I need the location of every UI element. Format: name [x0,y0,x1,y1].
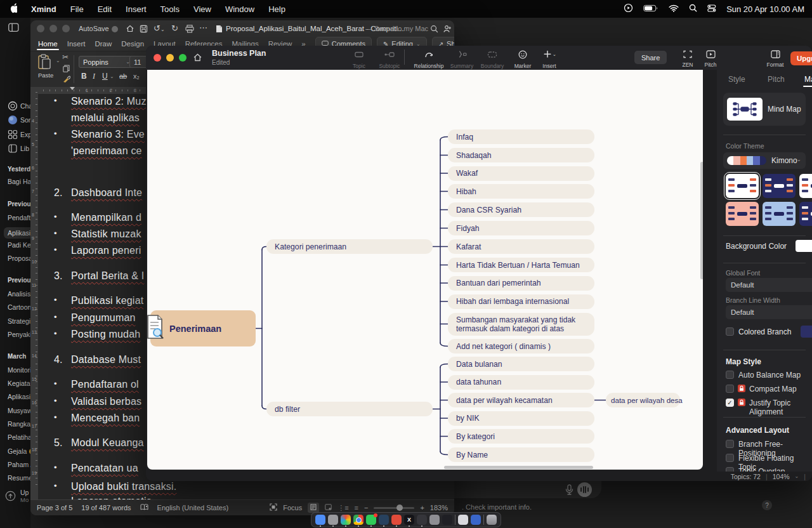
home-icon[interactable] [193,53,202,65]
sidebar-item[interactable]: Cartoon [8,303,30,311]
sidebar-item[interactable]: Proposa [8,254,30,262]
menu-item-view[interactable]: View [193,4,211,14]
tab-pitch[interactable]: Pitch [768,75,785,84]
insert-button[interactable]: ⌄Insert [533,50,566,69]
mindmap-node[interactable]: Hibah dari lembaga internasional [448,294,594,309]
sidebar-item[interactable]: Penyakit [8,331,30,338]
sidebar-item[interactable]: Padi Ken [8,241,30,249]
word-count[interactable]: 19 of 487 words [81,504,131,512]
language-indicator[interactable]: English (United States) [157,504,229,512]
branch-topic-dbfilter[interactable]: db filter [266,402,433,416]
dock-folder-icon[interactable] [417,515,427,525]
dock-notes-icon[interactable] [442,515,452,525]
minimize-icon[interactable] [49,25,57,32]
sidebar-nav-sora[interactable]: Sor [0,114,30,127]
theme-select[interactable]: Kimono ⌄ [723,152,806,169]
sidebar-nav-explore-gpts[interactable]: Exp [0,129,30,142]
dock-app-dark-blue-icon[interactable] [379,515,389,525]
theme-thumbnail[interactable] [799,174,812,198]
zoom-icon[interactable] [179,54,187,62]
mindmap-node[interactable]: Hibah [448,184,594,199]
central-topic[interactable]: Penerimaan [150,310,256,346]
screen-record-icon[interactable] [624,3,633,15]
sidebar-item[interactable]: Musyawa [8,407,30,414]
mindmap-node[interactable]: by NIK [448,411,594,426]
canvas-zoom[interactable]: 104% [773,473,790,480]
dock-safari-icon[interactable] [341,515,351,525]
outline-view-button[interactable]: ⋮≡ [337,504,348,512]
upgrade-button[interactable]: Upgrade [790,51,812,65]
close-icon[interactable] [37,25,44,32]
zoom-in-button[interactable]: + [420,504,424,512]
menu-clock[interactable]: Sun 20 Apr 10.00 AM [726,4,804,14]
close-icon[interactable] [154,54,161,62]
colored-branch-checkbox[interactable] [726,327,734,336]
structure-card[interactable]: Mind Map [723,93,806,126]
minimize-icon[interactable] [166,54,174,62]
save-icon[interactable] [140,24,148,36]
wifi-icon[interactable] [669,4,679,14]
mindmap-node[interactable]: Bantuan dari pemerintah [448,276,594,291]
search-icon[interactable] [430,24,438,36]
font-name-select[interactable]: Poppins⌄ [79,56,134,68]
menu-item-tools[interactable]: Tools [160,4,180,14]
web-layout-view-button[interactable] [325,504,332,512]
sidebar-item[interactable]: Pelatihan [8,433,30,441]
apple-icon[interactable] [9,3,17,15]
sidebar-item[interactable]: Resume [8,474,30,482]
checkbox-topic-overlap[interactable] [726,467,734,472]
underline-button[interactable]: U [102,72,108,81]
boundary-button[interactable]: Boundary [476,50,509,69]
dock-printer-icon[interactable] [429,515,440,525]
mindmap-node[interactable]: data per wilayah kecamatan [448,393,594,407]
sidebar-item[interactable]: Kegiatan [8,380,30,387]
menu-item-window[interactable]: Window [225,4,254,14]
print-icon[interactable] [185,24,194,36]
sidebar-item[interactable]: Pendafta [8,214,30,221]
focus-label[interactable]: Focus [283,504,302,512]
theme-thumbnail[interactable] [726,202,759,226]
dock-xmind-icon[interactable]: X [404,515,414,525]
sidebar-toggle-icon[interactable] [8,23,19,35]
mindmap-node[interactable]: Kafarat [448,239,594,254]
subscript-button[interactable]: x₂ [133,72,140,80]
mindmap-node[interactable]: Shadaqah [448,148,594,162]
dock-app-red-icon[interactable] [391,515,402,525]
sidebar-nav-chatgpt-logo[interactable]: Cha [0,100,30,113]
tab-design[interactable]: Design [121,40,144,48]
mindmap-node[interactable]: By kategori [448,429,594,444]
mindmap-node[interactable]: Data bulanan [448,357,594,371]
mindmap-node[interactable]: By Name [448,447,594,462]
tab-style[interactable]: Style [728,75,745,84]
menu-item-edit[interactable]: Edit [98,4,112,14]
dock-finder-icon[interactable] [315,515,325,525]
dock-app-blue-icon[interactable] [471,515,481,525]
branch-color-swatch[interactable] [801,326,812,338]
zoom-slider[interactable] [374,507,414,509]
checkbox-auto-balance-map[interactable] [726,371,734,379]
bold-button[interactable]: B [81,72,87,81]
control-center-icon[interactable] [707,4,716,14]
print-layout-view-button[interactable] [308,503,319,513]
branch-topic-kategori[interactable]: Kategori penerimaan [266,239,433,254]
cut-icon[interactable]: ✂ [62,53,69,62]
summary-button[interactable]: Summary [445,50,478,69]
format-painter-icon[interactable] [62,74,70,86]
copy-icon[interactable] [63,63,70,75]
topic-button[interactable]: Topic [343,50,376,69]
tab-draw[interactable]: Draw [95,40,112,48]
mindmap-node[interactable]: data tahunan [448,375,594,390]
proofing-icon[interactable] [140,504,148,512]
menu-item-insert[interactable]: Insert [126,4,147,14]
redo-icon[interactable]: ↻ [171,23,178,33]
undo-icon[interactable]: ↺⌄ [154,23,165,33]
format-button[interactable]: Format [759,50,792,68]
checkbox-branch-free-positioning[interactable] [726,440,734,448]
checkbox-compact-map[interactable] [726,385,734,393]
share-contact-icon[interactable] [443,24,452,36]
sidebar-nav-library[interactable]: Lib [0,143,30,155]
sidebar-item[interactable]: Bagi Has [8,178,30,185]
background-color-swatch[interactable] [796,240,812,252]
sidebar-item[interactable]: Paham A [8,461,30,468]
dock-settings-icon[interactable] [328,515,338,525]
